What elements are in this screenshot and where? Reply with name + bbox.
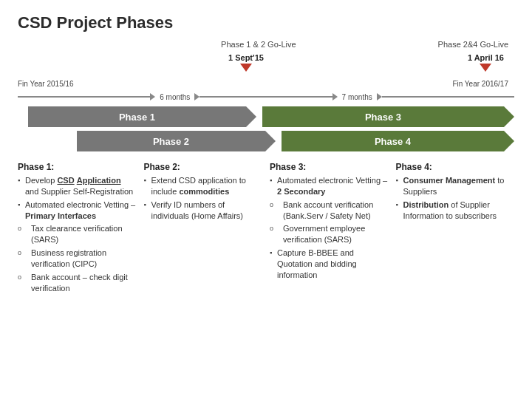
phase24-label: Phase 2&4 Go-Live xyxy=(438,40,508,49)
phase3-details: Phase 3: Automated electronic Vetting – … xyxy=(270,162,389,296)
list-item: Business registration verification (CIPC… xyxy=(18,248,137,270)
list-item: Verify ID numbers of individuals (Home A… xyxy=(144,200,263,222)
phase3-label: Phase 3 xyxy=(365,112,401,123)
phase2-bar: Phase 2 xyxy=(77,131,265,151)
months-left-label: 6 months xyxy=(155,93,194,101)
list-item: Tax clearance verification (SARS) xyxy=(18,223,137,245)
phase2-detail-title: Phase 2: xyxy=(144,162,263,172)
date-marker-left: 1 Sept'15 xyxy=(228,53,264,72)
list-item: Bank account – check digit verification xyxy=(18,272,137,294)
phase12-label: Phase 1 & 2 Go-Live xyxy=(221,40,296,49)
phase2-details: Phase 2: Extend CSD application to inclu… xyxy=(144,162,263,296)
phase4-label: Phase 4 xyxy=(375,136,411,147)
phase3-bar: Phase 3 xyxy=(262,106,504,127)
dates-row: 1 Sept'15 1 April 16 xyxy=(18,53,514,80)
fin-year-left: Fin Year 2015/16 xyxy=(18,80,74,88)
phase-row-2: Phase 2 Phase 4 xyxy=(18,131,514,151)
date-right: 1 April 16 xyxy=(468,53,504,62)
phase3-list: Automated electronic Vetting – 2 Seconda… xyxy=(270,175,389,281)
arrows-row: 6 months 7 months xyxy=(18,90,514,103)
red-arrow-right xyxy=(480,64,491,72)
phase4-bar: Phase 4 xyxy=(282,131,504,151)
list-item: Bank account verification (Bank.Serv / S… xyxy=(270,200,389,222)
phase1-label: Phase 1 xyxy=(119,112,155,123)
red-arrow-left xyxy=(240,64,252,72)
list-item: Capture B-BBEE and Quotation and bidding… xyxy=(270,248,389,281)
list-item: Consumer Management to Suppliers xyxy=(396,175,515,197)
page: CSD Project Phases Phase 1 & 2 Go-Live P… xyxy=(0,0,532,399)
phase-row-1: Phase 1 Phase 3 xyxy=(18,106,514,127)
phase1-bar: Phase 1 xyxy=(28,106,246,127)
phase-bars: Phase 1 Phase 3 xyxy=(18,106,514,151)
phase4-detail-title: Phase 4: xyxy=(396,162,515,172)
fin-year-right: Fin Year 2016/17 xyxy=(452,80,508,88)
date-left: 1 Sept'15 xyxy=(228,53,264,62)
phase2-list: Extend CSD application to include commod… xyxy=(144,175,263,221)
list-item: Government employee verification (SARS) xyxy=(270,223,389,245)
list-item: Automated electronic Vetting – 2 Seconda… xyxy=(270,175,389,197)
timeline-container: Phase 1 & 2 Go-Live Phase 2&4 Go-Live 1 … xyxy=(18,40,514,151)
date-marker-right: 1 April 16 xyxy=(468,53,504,72)
page-title: CSD Project Phases xyxy=(18,13,514,33)
phase3-detail-title: Phase 3: xyxy=(270,162,389,172)
phase4-details: Phase 4: Consumer Management to Supplier… xyxy=(396,162,515,296)
details-section: Phase 1: Develop CSD Application and Sup… xyxy=(18,162,514,296)
months-right-label: 7 months xyxy=(338,93,377,101)
h-arrow-left: 6 months 7 months xyxy=(18,93,514,101)
fin-year-row: Fin Year 2015/16 Fin Year 2016/17 xyxy=(18,80,514,90)
phase1-list: Develop CSD Application and Supplier Sel… xyxy=(18,175,137,293)
list-item: Distribution of Supplier Information to … xyxy=(396,200,515,222)
list-item: Develop CSD Application and Supplier Sel… xyxy=(18,175,137,197)
list-item: Extend CSD application to include commod… xyxy=(144,175,263,197)
top-labels-row: Phase 1 & 2 Go-Live Phase 2&4 Go-Live xyxy=(18,40,514,53)
phase2-label: Phase 2 xyxy=(153,136,189,147)
phase1-details: Phase 1: Develop CSD Application and Sup… xyxy=(18,162,137,296)
list-item: Automated electronic Vetting –Primary In… xyxy=(18,200,137,222)
phase1-detail-title: Phase 1: xyxy=(18,162,137,172)
phase4-list: Consumer Management to Suppliers Distrib… xyxy=(396,175,515,221)
